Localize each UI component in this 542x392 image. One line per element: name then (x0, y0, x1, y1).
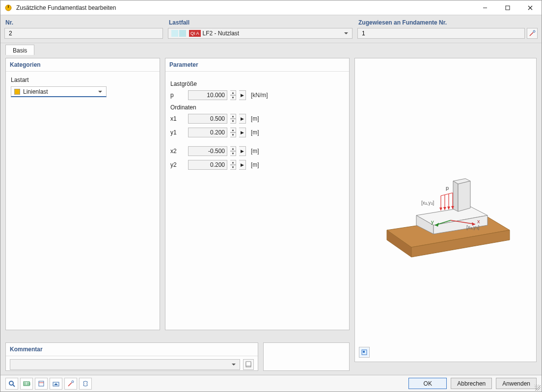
y1-menu-button[interactable]: ▶ (239, 128, 246, 137)
y2-input[interactable]: 0.200 (188, 160, 227, 170)
lastart-dropdown[interactable]: Linienlast (11, 86, 107, 97)
lastfall-swatch (171, 30, 187, 37)
svg-text:0,00: 0,00 (24, 382, 30, 386)
svg-marker-16 (458, 181, 470, 211)
assign-input[interactable] (361, 29, 521, 37)
kommentar-dropdown[interactable] (10, 359, 240, 370)
nr-group: Nr. (4, 19, 163, 39)
lastart-label: Lastart (11, 77, 155, 83)
y2-unit: [m] (251, 161, 259, 168)
x2-unit: [m] (251, 148, 259, 155)
param-row-x1: x1 0.500 ▲▼ ▶ [m] (170, 114, 344, 124)
x2-input[interactable]: -0.500 (188, 146, 227, 156)
p-menu-button[interactable]: ▶ (239, 90, 246, 100)
tool-button-2[interactable]: 0,00 (20, 378, 33, 390)
kommentar-library-button[interactable] (243, 359, 254, 370)
param-row-y2: y2 0.200 ▲▼ ▶ [m] (170, 160, 344, 170)
y2-label: y2 (170, 161, 185, 168)
x1-unit: [m] (251, 115, 259, 122)
y2-menu-button[interactable]: ▶ (239, 160, 246, 170)
preview-x-axis: x (477, 218, 480, 224)
svg-point-43 (72, 381, 74, 383)
param-row-p: p 10.000 ▲▼ ▶ [kN/m] (170, 90, 344, 100)
apply-button[interactable]: Anwenden (496, 378, 537, 389)
p-input[interactable]: 10.000 (188, 90, 227, 100)
lastart-color-icon (14, 89, 20, 95)
lastgroesse-label: Lastgröße (170, 80, 344, 87)
svg-line-35 (13, 385, 15, 387)
header-fields: Nr. Lastfall QI A LF2 - Nutzlast Zugewie… (0, 15, 542, 43)
titlebar: Zusätzliche Fundamentlast bearbeiten (0, 0, 542, 15)
x1-spinner[interactable]: ▲▼ (230, 114, 236, 124)
nr-field[interactable] (4, 28, 163, 39)
p-label: p (170, 92, 185, 99)
tabbar: Basis (0, 43, 542, 55)
kategorien-header: Kategorien (6, 58, 160, 72)
svg-marker-24 (447, 207, 450, 209)
lastfall-badge: QI A (189, 30, 201, 37)
x1-input[interactable]: 0.500 (188, 114, 227, 124)
kommentar-header: Kommentar (6, 343, 258, 356)
y1-spinner[interactable]: ▲▼ (230, 128, 236, 137)
x1-menu-button[interactable]: ▶ (239, 114, 246, 124)
footer: 0,00 OK Abbrechen Anwenden (0, 375, 542, 392)
tab-basis[interactable]: Basis (5, 45, 34, 55)
preview-xy2-label: [x₂,y₂] (421, 200, 434, 206)
svg-line-42 (68, 383, 72, 386)
svg-rect-3 (506, 6, 510, 10)
svg-point-7 (533, 30, 535, 32)
y1-label: y1 (170, 129, 185, 136)
tool-button-1[interactable] (5, 378, 18, 390)
svg-rect-31 (363, 351, 365, 353)
p-spinner[interactable]: ▲▼ (230, 90, 236, 100)
assign-pick-button[interactable] (527, 28, 538, 39)
y1-unit: [m] (251, 129, 259, 136)
lastfall-dropdown[interactable]: QI A LF2 - Nutzlast (168, 28, 352, 39)
window-title: Zusätzliche Fundamentlast bearbeiten (16, 4, 474, 11)
resize-grip[interactable] (535, 385, 541, 391)
svg-line-6 (530, 32, 533, 36)
x2-menu-button[interactable]: ▶ (239, 146, 246, 156)
p-unit: [kN/m] (251, 92, 268, 99)
param-row-x2: x2 -0.500 ▲▼ ▶ [m] (170, 146, 344, 156)
param-row-y1: y1 0.200 ▲▼ ▶ [m] (170, 128, 344, 137)
ordinaten-label: Ordinaten (170, 104, 344, 111)
lastfall-value: LF2 - Nutzlast (203, 30, 240, 37)
nr-input[interactable] (8, 29, 160, 37)
svg-line-21 (441, 193, 453, 196)
ok-button[interactable]: OK (408, 378, 447, 389)
nr-label: Nr. (5, 19, 163, 26)
lastfall-group: Lastfall QI A LF2 - Nutzlast (168, 19, 352, 39)
tool-button-3[interactable] (35, 378, 48, 390)
y1-input[interactable]: 0.200 (188, 128, 227, 137)
kategorien-panel: Kategorien Lastart Linienlast (5, 58, 160, 330)
minimize-button[interactable] (474, 0, 496, 15)
x1-label: x1 (170, 115, 185, 122)
svg-point-34 (9, 381, 13, 385)
app-icon (4, 4, 12, 12)
preview-p-label: p (446, 185, 449, 191)
tool-button-5[interactable] (64, 378, 77, 390)
spacer-panel (263, 342, 350, 371)
preview-tool-button[interactable] (359, 347, 370, 358)
preview-panel: p [x₂,y₂] [x₁,y₁] x y (354, 58, 537, 362)
kommentar-panel: Kommentar (5, 342, 258, 371)
assign-field[interactable] (357, 28, 525, 39)
svg-rect-38 (39, 381, 44, 386)
lastfall-label: Lastfall (169, 19, 352, 26)
maximize-button[interactable] (496, 0, 519, 15)
tool-button-4[interactable] (50, 378, 62, 390)
close-button[interactable] (519, 0, 542, 15)
dialog-window: Zusätzliche Fundamentlast bearbeiten Nr.… (0, 0, 542, 392)
y2-spinner[interactable]: ▲▼ (230, 160, 236, 170)
assign-label: Zugewiesen an Fundamente Nr. (358, 19, 538, 26)
parameter-header: Parameter (165, 58, 349, 72)
svg-marker-22 (439, 208, 442, 210)
tool-button-6[interactable] (79, 378, 92, 390)
x2-spinner[interactable]: ▲▼ (230, 146, 236, 156)
preview-xy1-label: [x₁,y₁] (466, 225, 480, 230)
cancel-button[interactable]: Abbrechen (451, 378, 492, 389)
svg-rect-33 (246, 362, 251, 366)
main-area: Kategorien Lastart Linienlast Parameter … (0, 55, 542, 370)
svg-marker-23 (443, 207, 446, 210)
